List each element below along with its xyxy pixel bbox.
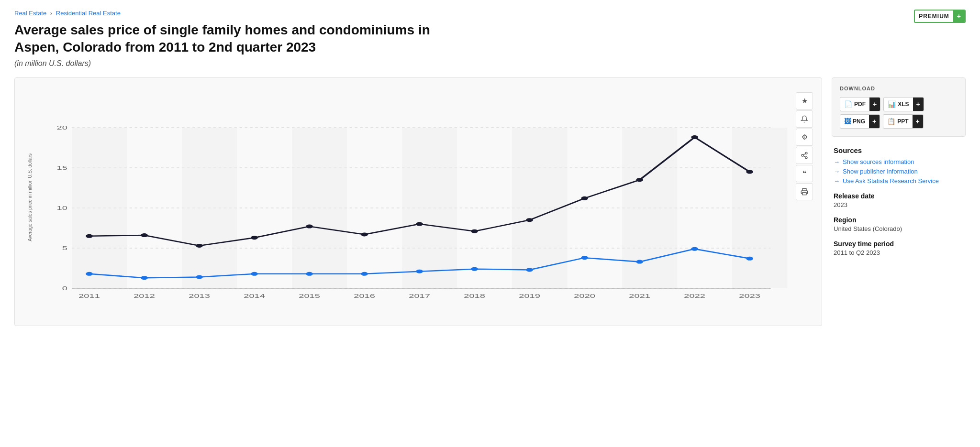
svg-text:2022: 2022 xyxy=(684,293,705,299)
svg-point-34 xyxy=(251,236,258,240)
svg-rect-26 xyxy=(292,128,347,288)
sources-arrow: → xyxy=(834,158,840,165)
ppt-label: PPT xyxy=(897,118,908,125)
region-value: United States (Colorado) xyxy=(834,225,964,232)
svg-line-61 xyxy=(803,153,806,155)
ask-statista-label: Use Ask Statista Research Service xyxy=(843,177,939,185)
show-sources-link[interactable]: → Show sources information xyxy=(834,158,964,165)
svg-point-49 xyxy=(361,272,368,276)
svg-point-51 xyxy=(471,267,478,271)
svg-text:0: 0 xyxy=(62,285,67,291)
page-subtitle: (in million U.S. dollars) xyxy=(14,59,966,68)
survey-period-field: Survey time period 2011 to Q2 2023 xyxy=(834,240,964,256)
svg-point-33 xyxy=(196,244,203,248)
download-buttons: 📄 PDF + 📊 XLS + 🖼 xyxy=(840,97,958,129)
svg-text:2019: 2019 xyxy=(519,293,540,299)
chart-container: Average sales price in million U.S. doll… xyxy=(14,77,822,326)
svg-point-40 xyxy=(581,196,588,200)
survey-period-label: Survey time period xyxy=(834,240,964,248)
svg-point-37 xyxy=(416,222,423,226)
svg-line-60 xyxy=(803,156,806,157)
ppt-icon: 📋 xyxy=(887,118,895,125)
settings-button[interactable]: ⚙ xyxy=(796,129,813,146)
share-button[interactable] xyxy=(796,147,813,164)
svg-point-48 xyxy=(306,272,313,276)
svg-point-32 xyxy=(141,233,148,237)
breadcrumb-sep: › xyxy=(50,10,52,17)
region-field: Region United States (Colorado) xyxy=(834,216,964,232)
region-label: Region xyxy=(834,216,964,224)
page-title: Average sales price of single family hom… xyxy=(14,22,445,56)
svg-point-38 xyxy=(471,229,478,233)
png-label: PNG xyxy=(853,118,865,125)
svg-point-55 xyxy=(691,247,698,251)
xls-label: XLS xyxy=(898,101,909,108)
star-button[interactable]: ★ xyxy=(796,92,813,109)
svg-point-45 xyxy=(141,276,148,280)
bell-button[interactable] xyxy=(796,110,813,128)
svg-point-54 xyxy=(636,260,643,263)
pdf-download-button[interactable]: 📄 PDF + xyxy=(840,97,880,111)
svg-text:2018: 2018 xyxy=(464,293,485,299)
png-download-button[interactable]: 🖼 PNG + xyxy=(840,114,880,129)
svg-text:2015: 2015 xyxy=(299,293,320,299)
svg-point-41 xyxy=(636,178,643,182)
svg-point-43 xyxy=(746,170,753,174)
premium-plus: + xyxy=(953,11,965,22)
breadcrumb: Real Estate › Residential Real Estate xyxy=(14,10,966,17)
download-section: DOWNLOAD 📄 PDF + 📊 XLS + xyxy=(832,77,966,137)
print-button[interactable] xyxy=(796,183,813,200)
right-panel: DOWNLOAD 📄 PDF + 📊 XLS + xyxy=(832,77,966,256)
pdf-label: PDF xyxy=(854,101,866,108)
svg-point-31 xyxy=(86,234,93,238)
svg-point-39 xyxy=(526,218,533,222)
sources-heading: Sources xyxy=(834,146,964,154)
ppt-plus: + xyxy=(913,115,923,128)
chart-area: Average sales price in million U.S. doll… xyxy=(24,87,788,316)
publisher-arrow: → xyxy=(834,168,840,175)
svg-text:2016: 2016 xyxy=(354,293,375,299)
breadcrumb-real-estate[interactable]: Real Estate xyxy=(14,10,46,17)
svg-point-42 xyxy=(691,135,698,139)
svg-point-36 xyxy=(361,232,368,236)
png-icon: 🖼 xyxy=(844,118,851,125)
svg-text:2017: 2017 xyxy=(409,293,430,299)
cite-button[interactable]: ❝ xyxy=(796,165,813,182)
svg-text:2012: 2012 xyxy=(134,293,155,299)
svg-text:20: 20 xyxy=(57,125,67,131)
survey-period-value: 2011 to Q2 2023 xyxy=(834,249,964,256)
xls-download-button[interactable]: 📊 XLS + xyxy=(883,97,924,111)
chart-sidebar-icons: ★ ⚙ ❝ xyxy=(792,87,817,316)
premium-badge[interactable]: PREMIUM + xyxy=(914,10,966,23)
svg-rect-27 xyxy=(402,128,457,288)
statista-arrow: → xyxy=(834,177,840,185)
svg-point-52 xyxy=(526,268,533,272)
show-publisher-link[interactable]: → Show publisher information xyxy=(834,168,964,175)
main-chart: 0 5 10 15 20 2011 2012 2013 2014 2015 xyxy=(37,87,788,307)
y-axis-label: Average sales price in million U.S. doll… xyxy=(27,153,33,241)
release-date-value: 2023 xyxy=(834,201,964,208)
svg-point-53 xyxy=(581,256,588,260)
svg-text:2011: 2011 xyxy=(78,293,100,299)
svg-point-35 xyxy=(306,224,313,228)
premium-label: PREMIUM xyxy=(915,11,953,22)
svg-point-47 xyxy=(251,272,258,276)
svg-point-59 xyxy=(805,156,807,158)
svg-point-50 xyxy=(416,269,423,273)
xls-plus: + xyxy=(913,98,924,111)
ask-statista-link[interactable]: → Use Ask Statista Research Service xyxy=(834,177,964,185)
svg-point-58 xyxy=(802,154,803,156)
show-sources-label: Show sources information xyxy=(843,158,914,165)
ppt-download-button[interactable]: 📋 PPT + xyxy=(883,114,924,129)
show-publisher-label: Show publisher information xyxy=(843,168,918,175)
svg-text:10: 10 xyxy=(57,205,67,211)
release-date-field: Release date 2023 xyxy=(834,192,964,208)
svg-rect-62 xyxy=(802,192,806,195)
svg-point-57 xyxy=(805,152,807,154)
png-plus: + xyxy=(869,115,880,128)
svg-text:2023: 2023 xyxy=(739,293,760,299)
svg-text:2021: 2021 xyxy=(629,293,650,299)
svg-text:15: 15 xyxy=(57,165,67,171)
breadcrumb-residential[interactable]: Residential Real Estate xyxy=(56,10,121,17)
pdf-plus: + xyxy=(869,98,880,111)
